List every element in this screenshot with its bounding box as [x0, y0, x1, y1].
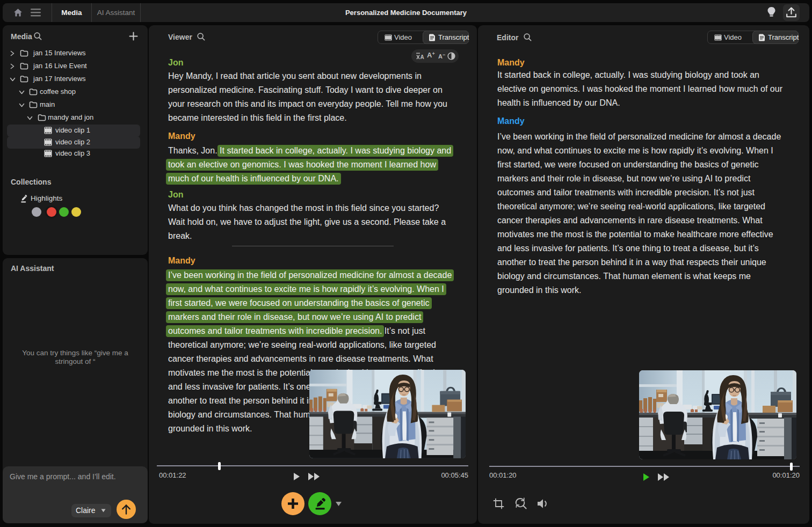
svg-text:A: A — [421, 54, 424, 60]
